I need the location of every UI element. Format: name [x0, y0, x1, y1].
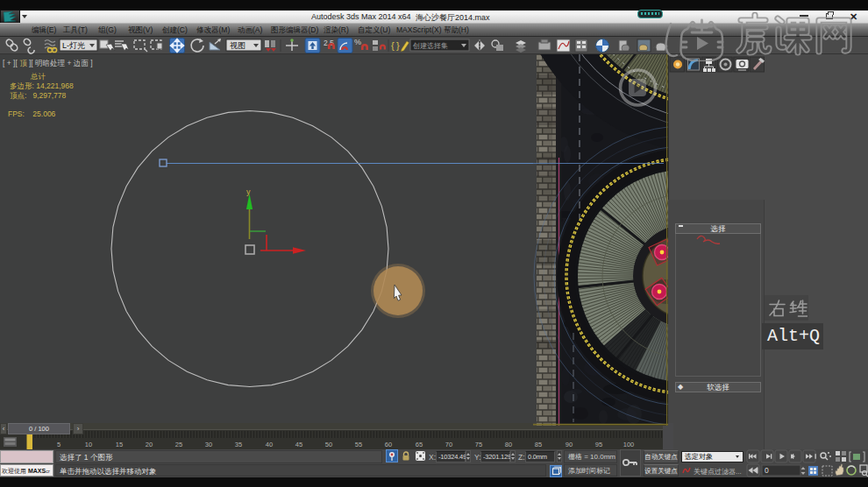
svg-text:55: 55 — [355, 441, 362, 448]
svg-text:L-灯光: L-灯光 — [62, 41, 85, 50]
svg-text:%: % — [354, 38, 361, 46]
svg-text:80: 80 — [505, 441, 512, 448]
svg-text:15: 15 — [116, 441, 123, 448]
svg-text:65: 65 — [416, 441, 423, 448]
svg-text:50: 50 — [325, 441, 332, 448]
svg-text:}: } — [396, 40, 400, 51]
svg-text:70: 70 — [445, 441, 452, 448]
svg-text:75: 75 — [475, 441, 482, 448]
svg-text:30: 30 — [205, 441, 212, 448]
svg-text:35: 35 — [235, 441, 242, 448]
svg-text:90: 90 — [566, 441, 573, 448]
svg-text:100: 100 — [623, 441, 635, 448]
svg-text:y: y — [246, 187, 251, 196]
svg-text:60: 60 — [385, 441, 392, 448]
svg-text:0: 0 — [765, 466, 769, 475]
svg-text:45: 45 — [295, 441, 302, 448]
svg-text:视图: 视图 — [230, 41, 245, 50]
svg-text:{: { — [391, 40, 395, 51]
svg-text:20: 20 — [146, 441, 153, 448]
svg-text:85: 85 — [535, 441, 542, 448]
svg-text:创建选择集: 创建选择集 — [412, 42, 448, 50]
svg-text:95: 95 — [595, 441, 602, 448]
svg-text:25: 25 — [175, 441, 182, 448]
svg-text:10: 10 — [85, 441, 92, 448]
svg-text:40: 40 — [266, 441, 273, 448]
svg-text:5: 5 — [57, 441, 60, 448]
